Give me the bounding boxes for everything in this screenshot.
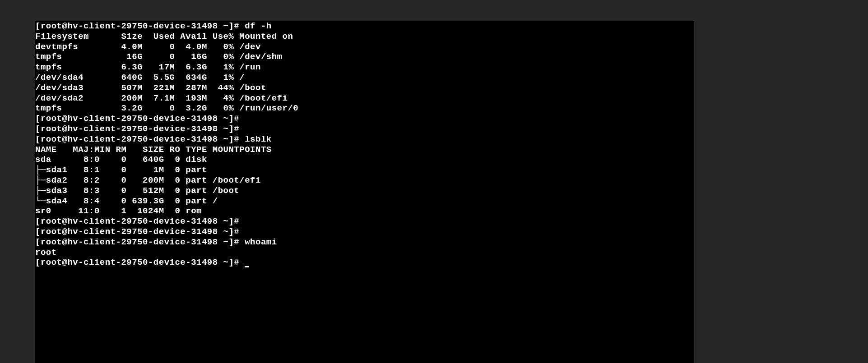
prompt: [root@hv-client-29750-device-31498 ~]#: [35, 227, 239, 237]
prompt: [root@hv-client-29750-device-31498 ~]#: [35, 124, 239, 134]
df-row: /dev/sda2 200M 7.1M 193M 4% /boot/efi: [35, 93, 288, 103]
prompt: [root@hv-client-29750-device-31498 ~]#: [35, 134, 239, 144]
lsblk-header: NAME MAJ:MIN RM SIZE RO TYPE MOUNTPOINTS: [35, 145, 272, 155]
df-row: /dev/sda4 640G 5.5G 634G 1% /: [35, 73, 245, 83]
df-row: devtmpfs 4.0M 0 4.0M 0% /dev: [35, 42, 261, 52]
command-df: df -h: [245, 21, 272, 31]
prompt: [root@hv-client-29750-device-31498 ~]#: [35, 257, 239, 267]
lsblk-row: sr0 11:0 1 1024M 0 rom: [35, 206, 213, 216]
whoami-output: root: [35, 248, 57, 257]
lsblk-row: ├─sda1 8:1 0 1M 0 part: [35, 165, 213, 175]
df-header: Filesystem Size Used Avail Use% Mounted …: [35, 32, 293, 41]
lsblk-row: └─sda4 8:4 0 639.3G 0 part /: [35, 196, 218, 206]
lsblk-row: ├─sda2 8:2 0 200M 0 part /boot/efi: [35, 175, 261, 185]
lsblk-row: ├─sda3 8:3 0 512M 0 part /boot: [35, 186, 239, 196]
df-row: tmpfs 6.3G 17M 6.3G 1% /run: [35, 62, 261, 72]
cursor: [245, 266, 249, 267]
df-row: tmpfs 16G 0 16G 0% /dev/shm: [35, 52, 283, 62]
terminal-window[interactable]: [root@hv-client-29750-device-31498 ~]# d…: [35, 21, 694, 363]
terminal-content: [root@hv-client-29750-device-31498 ~]# d…: [35, 21, 694, 268]
prompt: [root@hv-client-29750-device-31498 ~]#: [35, 237, 239, 247]
prompt: [root@hv-client-29750-device-31498 ~]#: [35, 114, 239, 124]
command-whoami: whoami: [245, 237, 277, 247]
df-row: tmpfs 3.2G 0 3.2G 0% /run/user/0: [35, 103, 298, 113]
df-row: /dev/sda3 507M 221M 287M 44% /boot: [35, 83, 266, 93]
lsblk-row: sda 8:0 0 640G 0 disk: [35, 155, 213, 165]
prompt: [root@hv-client-29750-device-31498 ~]#: [35, 21, 239, 31]
prompt: [root@hv-client-29750-device-31498 ~]#: [35, 216, 239, 226]
command-lsblk: lsblk: [245, 134, 272, 144]
